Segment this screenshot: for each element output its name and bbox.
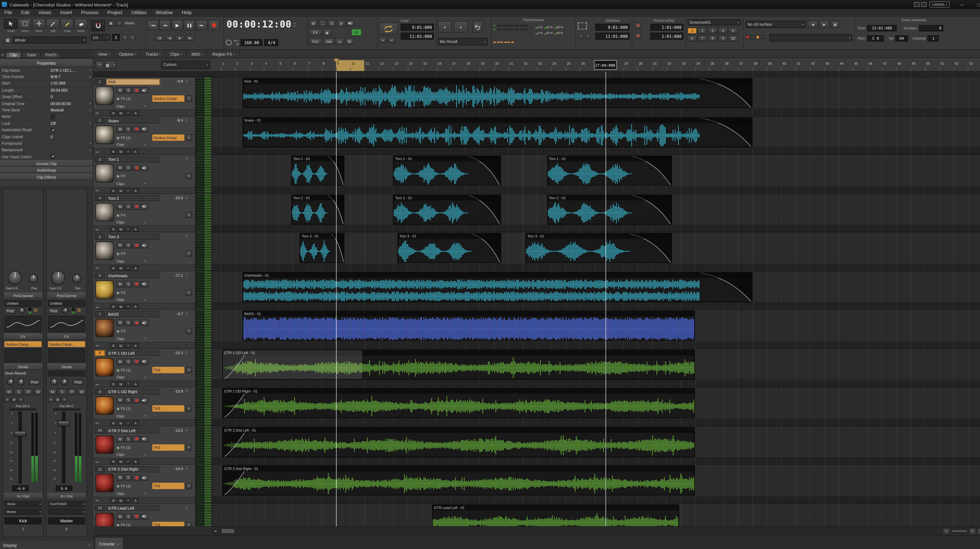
chevron-down-icon[interactable]: ▾ xyxy=(89,102,91,105)
automation-r-button[interactable]: R xyxy=(110,459,117,464)
view-menu-clips[interactable]: Clips▾ xyxy=(165,49,187,58)
event-time-value[interactable]: 22:02:480 xyxy=(867,25,897,31)
strip-icon-button[interactable]: Ø xyxy=(11,397,17,402)
lane-arrows-icon[interactable]: ◂ ▸ xyxy=(95,382,99,386)
chevron-down-icon[interactable]: ▾ xyxy=(89,109,91,112)
clips-dropdown[interactable]: Clips▾ xyxy=(116,219,146,225)
fx-power-icon[interactable]: ◉ xyxy=(116,135,119,139)
property-checkbox[interactable] xyxy=(51,155,55,159)
strip-icon-button[interactable]: ▪ xyxy=(18,397,24,402)
plugin-badge[interactable]: Sonitus Compr xyxy=(152,134,184,141)
track-mute-button[interactable]: M xyxy=(116,474,124,481)
screenset-7[interactable]: 7 xyxy=(698,35,707,42)
property-checkbox[interactable] xyxy=(51,128,55,132)
automation-w-button[interactable]: W xyxy=(118,149,124,154)
track-echo-button[interactable] xyxy=(141,87,148,94)
plugin-badge[interactable]: TH3 xyxy=(152,522,184,526)
track-solo-button[interactable]: S xyxy=(125,203,132,210)
screenset-2[interactable]: 2 xyxy=(698,27,707,34)
meter-display[interactable]: 4/4 xyxy=(264,39,278,46)
automation-r-button[interactable]: R xyxy=(110,382,117,387)
screenset-9[interactable]: 9 xyxy=(718,35,728,42)
clips-dropdown[interactable]: Clips▾ xyxy=(116,258,146,264)
zoom-in-icon[interactable]: + xyxy=(969,528,976,534)
menu-edit[interactable]: Edit xyxy=(17,9,34,16)
clips-dropdown[interactable]: Clips▾ xyxy=(116,336,146,342)
track-name[interactable]: Tom 2 xyxy=(106,195,160,201)
track-header-2[interactable]: 2Snare-8.3↕MS◉FX (1)+Sonitus ComprClips▾… xyxy=(94,116,212,155)
send-item[interactable]: Drum Reverb xyxy=(5,371,26,375)
plugin-badge[interactable]: TH3 xyxy=(152,483,184,489)
property-value[interactable]: Off xyxy=(51,122,56,126)
layout-icon[interactable] xyxy=(921,2,927,7)
snap-marks-label[interactable]: Marks xyxy=(125,21,134,25)
prochannel-header[interactable]: ProChannel xyxy=(4,293,42,299)
audio-clip[interactable]: Tom 3 - 01 xyxy=(398,233,501,263)
preset-box[interactable]: Untitled xyxy=(5,300,41,307)
automation-strip[interactable]: ◂ ▸RW*A xyxy=(94,187,195,194)
time-down-icon[interactable]: ▼ xyxy=(293,25,296,27)
zoom-menu-icon[interactable]: ≡ xyxy=(977,528,980,534)
automation-w-button[interactable]: W xyxy=(118,459,124,464)
add-fx-button[interactable]: + xyxy=(186,250,192,257)
fx-rack[interactable]: ◉FX (1) xyxy=(116,483,130,489)
track-expander-icon[interactable]: ↕ xyxy=(186,427,188,431)
view-menu-view[interactable]: View▾ xyxy=(94,49,115,58)
swap-icon[interactable]: ↔ xyxy=(318,20,326,27)
output-dropdown[interactable]: ▾ xyxy=(48,508,85,515)
track-echo-button[interactable] xyxy=(141,436,148,442)
automation-w-button[interactable]: W xyxy=(118,304,124,309)
track-echo-button[interactable] xyxy=(141,397,148,403)
strip-s-button[interactable]: S xyxy=(14,388,23,395)
add-fx-button[interactable]: + xyxy=(186,95,192,102)
property-row-use-track-colors[interactable]: Use Track Colors xyxy=(0,154,93,161)
lane-arrows-icon[interactable]: ◂ ▸ xyxy=(95,344,99,347)
property-checkbox[interactable] xyxy=(51,115,55,119)
track-echo-button[interactable] xyxy=(141,358,148,365)
speaker-icon[interactable] xyxy=(346,20,355,27)
track-grid-button[interactable]: ▦▾ xyxy=(105,60,116,69)
add-fx-button[interactable]: + xyxy=(186,483,192,489)
mix-scene-b-button[interactable]: ▲ xyxy=(454,21,468,33)
automation-w-button[interactable]: W xyxy=(118,265,124,271)
strip-w-button[interactable]: W xyxy=(77,388,86,395)
lane-arrows-icon[interactable]: ◂ ▸ xyxy=(95,111,99,115)
screenset-6[interactable]: 6 xyxy=(687,35,697,42)
automation-w-button[interactable]: W xyxy=(118,343,124,348)
automation-w-button[interactable]: W xyxy=(118,420,124,425)
add-fx-button[interactable]: + xyxy=(186,366,192,373)
double-precision-button[interactable]: 2x xyxy=(336,38,344,45)
lane-arrows-icon[interactable]: ◂ ▸ xyxy=(95,189,99,192)
track-record-button[interactable] xyxy=(133,87,140,94)
track-number[interactable]: 9 xyxy=(95,388,105,395)
audio-clip[interactable]: Tom 2 - 01 xyxy=(547,194,672,224)
audio-clip[interactable]: GTR 1 OD Right - 01 xyxy=(222,388,695,418)
clips-pane[interactable]: Kick - 01Snare - 01Tom 1 - 01Tom 1 - 01T… xyxy=(212,72,980,526)
strip-r-button[interactable]: R xyxy=(67,388,76,395)
fx-power-icon[interactable]: ◉ xyxy=(116,213,119,217)
add-fx-button[interactable]: + xyxy=(186,328,192,334)
property-value[interactable]: M:B:T xyxy=(51,75,61,79)
audio-clip[interactable]: BASS - 01 xyxy=(242,310,695,341)
dim-solo-icon[interactable]: Ø xyxy=(337,20,345,27)
step-back-button[interactable]: ◀ xyxy=(165,35,174,41)
track-name[interactable]: GTR Lead Left xyxy=(106,505,160,511)
now-time-display[interactable]: 00:00:12:00 xyxy=(227,19,292,29)
global-mute-button[interactable]: M xyxy=(309,20,317,27)
clips-dropdown[interactable]: Clips▾ xyxy=(116,297,146,303)
track-expander-icon[interactable]: ↕ xyxy=(186,311,188,315)
snap-note-icon[interactable]: ♪ xyxy=(116,21,123,26)
post-knob[interactable] xyxy=(62,307,68,314)
ffwd-button[interactable]: ▶▶ xyxy=(196,20,207,31)
display-dropdown[interactable]: Display ▾ xyxy=(0,540,94,549)
write-automation-button[interactable]: W xyxy=(345,38,353,45)
punch-out-time[interactable]: 1:01:000 xyxy=(650,33,684,40)
audio-clip[interactable]: GTR 2 Dist Left - 01 xyxy=(222,426,695,457)
fx-power-icon[interactable]: ◉ xyxy=(116,97,119,100)
automation-a-button[interactable]: A xyxy=(132,265,139,271)
view-menu-region-fx[interactable]: Region FX▾ xyxy=(208,49,240,58)
automation-strip[interactable]: ◂ ▸RW*A xyxy=(94,148,195,155)
menu-views[interactable]: Views xyxy=(34,9,56,16)
loop-end-time[interactable]: 11:01:000 xyxy=(401,33,434,40)
track-name[interactable]: Tom 1 xyxy=(106,156,160,162)
